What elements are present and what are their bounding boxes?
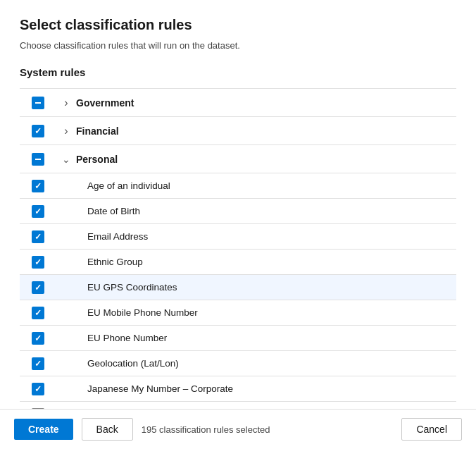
rule-label-ethnic: Ethnic Group: [76, 251, 456, 273]
category-label-financial: Financial: [76, 120, 456, 142]
checkbox-cell: ✓: [20, 281, 56, 294]
rule-row-geo[interactable]: ✓Geolocation (Lat/Lon): [20, 351, 456, 376]
rule-label-geo: Geolocation (Lat/Lon): [76, 352, 456, 374]
expand-icon[interactable]: [56, 97, 76, 109]
rule-row-email[interactable]: ✓Email Address: [20, 224, 456, 250]
checkbox[interactable]: [32, 153, 44, 166]
rule-label-age: Age of an individual: [76, 175, 456, 197]
checkbox[interactable]: ✓: [32, 307, 44, 319]
category-label-government: Government: [76, 92, 456, 114]
rule-list: Government✓FinancialPersonal✓Age of an i…: [20, 88, 456, 409]
footer-status: 195 classification rules selected: [142, 424, 270, 435]
checkbox-cell: ✓: [20, 332, 56, 345]
rule-row-ethnic[interactable]: ✓Ethnic Group: [20, 250, 456, 275]
cancel-button[interactable]: Cancel: [401, 418, 462, 441]
rule-label-euphone: EU Phone Number: [76, 327, 456, 349]
footer: Create Back 195 classification rules sel…: [0, 409, 476, 449]
rule-row-age[interactable]: ✓Age of an individual: [20, 173, 456, 199]
rule-row-eumobile[interactable]: ✓EU Mobile Phone Number: [20, 300, 456, 326]
category-row-financial[interactable]: ✓Financial: [20, 117, 456, 145]
main-content: Select classification rules Choose class…: [0, 0, 476, 409]
rule-label-jpncorp: Japanese My Number – Corporate: [76, 378, 456, 400]
checkbox[interactable]: ✓: [32, 357, 44, 370]
checkbox[interactable]: ✓: [32, 383, 44, 395]
checkbox[interactable]: [32, 97, 44, 109]
checkbox-cell: [20, 97, 56, 109]
checkbox-cell: ✓: [20, 383, 56, 395]
rule-label-dob: Date of Birth: [76, 200, 456, 222]
rule-row-jpncorp[interactable]: ✓Japanese My Number – Corporate: [20, 376, 456, 402]
rule-label-eumobile: EU Mobile Phone Number: [76, 302, 456, 324]
checkbox-cell: ✓: [20, 256, 56, 269]
section-title: System rules: [20, 66, 456, 78]
checkbox[interactable]: ✓: [32, 332, 44, 345]
expand-icon[interactable]: [56, 125, 76, 137]
rule-row-euphone[interactable]: ✓EU Phone Number: [20, 326, 456, 351]
rule-label-email: Email Address: [76, 226, 456, 247]
checkbox-cell: [20, 153, 56, 166]
checkbox[interactable]: ✓: [32, 125, 44, 137]
page-title: Select classification rules: [20, 17, 456, 33]
rule-row-dob[interactable]: ✓Date of Birth: [20, 199, 456, 224]
category-label-personal: Personal: [76, 148, 456, 171]
checkbox[interactable]: ✓: [32, 256, 44, 269]
checkbox-cell: ✓: [20, 125, 56, 137]
page-subtitle: Choose classification rules that will ru…: [20, 40, 456, 51]
checkbox[interactable]: ✓: [32, 205, 44, 218]
checkbox-cell: ✓: [20, 180, 56, 192]
category-row-government[interactable]: Government: [20, 89, 456, 117]
rule-label-eugps: EU GPS Coordinates: [76, 276, 456, 298]
checkbox-cell: ✓: [20, 307, 56, 319]
create-button[interactable]: Create: [14, 419, 73, 440]
checkbox-cell: ✓: [20, 205, 56, 218]
checkbox-cell: ✓: [20, 230, 56, 243]
expand-icon[interactable]: [56, 154, 76, 165]
checkbox-cell: ✓: [20, 357, 56, 370]
back-button[interactable]: Back: [82, 418, 133, 441]
checkbox[interactable]: ✓: [32, 230, 44, 243]
checkbox[interactable]: ✓: [32, 180, 44, 192]
checkbox[interactable]: ✓: [32, 281, 44, 294]
rule-label-jpnpers: Japanese My Number – Personal: [76, 403, 456, 409]
rule-row-jpnpers[interactable]: Japanese My Number – Personal: [20, 402, 456, 409]
category-row-personal[interactable]: Personal: [20, 145, 456, 173]
rule-row-eugps[interactable]: ✓EU GPS Coordinates: [20, 275, 456, 300]
